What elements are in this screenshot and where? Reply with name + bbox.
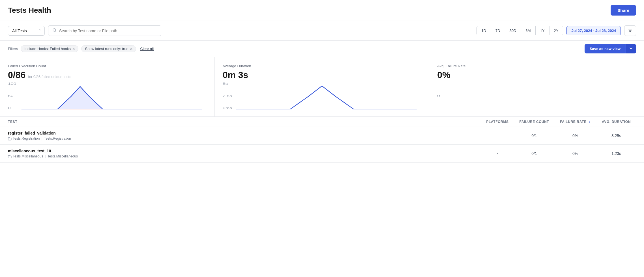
metric-cards: Failed Execution Count 0/86 for 0/86 fai…: [0, 57, 644, 117]
card-failed-label: Failed Execution Count: [8, 64, 207, 68]
col-test: TEST: [8, 120, 480, 124]
table-row: register_failed_validation Tests.Registr…: [0, 127, 644, 145]
filter-icon-button[interactable]: [624, 25, 636, 36]
page-header: Tests Health Share: [0, 0, 644, 21]
date-range-button[interactable]: Jul 27, 2024 - Jul 28, 2024: [566, 26, 621, 35]
all-tests-select[interactable]: All Tests ⌃: [8, 26, 45, 36]
table-row: miscellaneous_test_10 Tests.Miscellaneou…: [0, 145, 644, 163]
card-avg-duration-chart: 5s 2.5s 0ms: [223, 81, 421, 112]
card-failed-value: 0/86 for 0/86 failed unique tests: [8, 70, 207, 80]
filter-tag-latest-runs-remove[interactable]: ×: [130, 47, 133, 51]
clear-all-button[interactable]: Clear all: [140, 47, 154, 51]
card-failure-rate-label: Avg. Failure Rate: [437, 64, 636, 68]
filter-tag-latest-runs-text: Show latest runs only: true: [85, 47, 128, 51]
card-failure-rate: Avg. Failure Rate 0% 0: [429, 57, 644, 117]
test-name-2: miscellaneous_test_10: [8, 149, 480, 153]
card-avg-duration: Average Duration 0m 3s 5s 2.5s 0ms: [215, 57, 430, 117]
failure-count-2: 0/1: [514, 151, 554, 156]
svg-text:0: 0: [437, 94, 440, 98]
col-platforms: PLATFORMS: [480, 120, 514, 124]
filter-tag-hooks-text: Include Hooks: Failed hooks: [24, 47, 70, 51]
platforms-1: -: [480, 133, 514, 138]
svg-line-1: [55, 31, 56, 32]
folder-icon: [8, 155, 12, 158]
time-6m[interactable]: 6M: [521, 26, 536, 35]
failure-rate-1: 0%: [554, 133, 596, 138]
test-path-1: Tests.Registration | Tests.Registration: [8, 137, 480, 140]
test-cell-2: miscellaneous_test_10 Tests.Miscellaneou…: [8, 149, 480, 158]
failure-count-1: 0/1: [514, 133, 554, 138]
test-path-2: Tests.Miscellaneous | Tests.Miscellaneou…: [8, 154, 480, 158]
card-failed-execution: Failed Execution Count 0/86 for 0/86 fai…: [0, 57, 215, 117]
col-failure-rate: FAILURE RATE ↓: [554, 120, 596, 124]
all-tests-label: All Tests: [12, 29, 27, 33]
filter-bar: Filters Include Hooks: Failed hooks × Sh…: [0, 41, 644, 57]
time-1y[interactable]: 1Y: [536, 26, 549, 35]
save-view-wrap: Save as new view: [585, 44, 636, 53]
time-30d[interactable]: 30D: [505, 26, 521, 35]
svg-text:2.5s: 2.5s: [223, 94, 232, 98]
time-7d[interactable]: 7D: [491, 26, 505, 35]
filter-tag-latest-runs: Show latest runs only: true ×: [81, 45, 136, 52]
test-name-1: register_failed_validation: [8, 131, 480, 135]
path1-2: Tests.Miscellaneous: [13, 154, 43, 158]
table-header-row: TEST PLATFORMS FAILURE COUNT FAILURE RAT…: [0, 117, 644, 127]
svg-text:50: 50: [8, 94, 14, 98]
share-button[interactable]: Share: [611, 5, 636, 16]
filter-tag-hooks: Include Hooks: Failed hooks ×: [21, 45, 78, 52]
svg-text:5s: 5s: [223, 82, 228, 85]
time-2y[interactable]: 2Y: [549, 26, 563, 35]
card-failed-chart: 100 50 0: [8, 81, 207, 112]
page-title: Tests Health: [8, 6, 51, 15]
chevron-down-icon: ⌃: [38, 29, 42, 33]
col-avg-duration: AVG. DURATION: [596, 120, 636, 124]
failure-rate-2: 0%: [554, 151, 596, 156]
card-avg-duration-value: 0m 3s: [223, 70, 421, 80]
avg-duration-1: 3.25s: [596, 133, 636, 138]
path2-1: Tests.Registration: [44, 137, 71, 140]
test-cell-1: register_failed_validation Tests.Registr…: [8, 131, 480, 140]
time-1d[interactable]: 1D: [477, 26, 491, 35]
platforms-2: -: [480, 151, 514, 156]
svg-rect-12: [8, 156, 11, 158]
toolbar: All Tests ⌃ 1D 7D 30D 6M 1Y 2Y Jul 27, 2…: [0, 21, 644, 41]
path1-1: Tests.Registration: [13, 137, 40, 140]
sort-icon: ↓: [589, 120, 591, 124]
chevron-down-icon: [629, 47, 633, 50]
card-failure-rate-value: 0%: [437, 70, 636, 80]
svg-rect-11: [8, 138, 11, 140]
card-failure-rate-chart: 0: [437, 81, 636, 112]
filter-tag-hooks-remove[interactable]: ×: [72, 47, 75, 51]
svg-text:100: 100: [8, 82, 16, 85]
folder-icon: [8, 137, 12, 140]
save-view-chevron-button[interactable]: [626, 44, 636, 53]
avg-duration-2: 1.23s: [596, 151, 636, 156]
search-box[interactable]: [48, 25, 161, 36]
col-failure-count: FAILURE COUNT: [514, 120, 554, 124]
card-avg-duration-label: Average Duration: [223, 64, 421, 68]
search-input[interactable]: [59, 29, 157, 33]
time-filter-group: 1D 7D 30D 6M 1Y 2Y: [476, 26, 563, 35]
save-view-button[interactable]: Save as new view: [585, 44, 626, 53]
svg-text:0: 0: [8, 106, 11, 110]
svg-text:0ms: 0ms: [223, 106, 232, 110]
filters-label: Filters: [8, 47, 18, 51]
path2-2: Tests.Miscellaneous: [48, 154, 78, 158]
search-icon: [52, 28, 57, 33]
filter-icon: [628, 28, 632, 33]
tests-table: TEST PLATFORMS FAILURE COUNT FAILURE RAT…: [0, 117, 644, 163]
